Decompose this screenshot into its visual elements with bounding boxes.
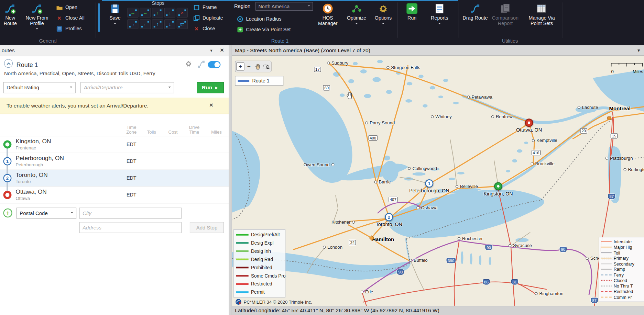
manage-via-point-sets-button[interactable]: Manage Via Point Sets — [524, 1, 559, 36]
route-visibility-toggle[interactable] — [208, 61, 220, 68]
show-route-on-map-icon[interactable] — [197, 60, 205, 70]
legend-row: Secondary — [599, 261, 644, 267]
legend-line-sample-icon — [236, 234, 249, 236]
stops-tool-button[interactable]: → — [127, 8, 138, 18]
stop-row[interactable]: Ottawa, ON Ottawa EDT — [0, 187, 229, 204]
route-shield: 87 — [608, 194, 615, 199]
comparison-report-label: Comparison Report — [490, 15, 521, 26]
stop-timezone: EDT — [123, 192, 140, 198]
dropdown-caret-icon — [70, 212, 73, 214]
route-shield: 90 — [397, 269, 404, 275]
stops-tool-button[interactable]: ← — [140, 8, 151, 18]
create-via-point-set-button[interactable]: Create Via Point Set — [237, 25, 291, 35]
close-all-button[interactable]: × Close All — [56, 13, 84, 23]
stops-tool-button[interactable]: ↓ — [164, 8, 175, 18]
stop-row[interactable]: 1 Peterborough, ON Peterborough EDT — [0, 153, 229, 170]
pan-hand-button[interactable] — [253, 63, 262, 71]
stop-row[interactable]: 2 Toronto, ON Toronto EDT — [0, 170, 229, 187]
new-from-profile-button[interactable]: New From Profile — [21, 1, 53, 36]
reports-button[interactable]: Reports — [426, 1, 452, 36]
stops-group-label: Stops — [123, 0, 193, 6]
legend-row: Restricted — [234, 280, 285, 288]
dropdown-caret-icon — [36, 28, 38, 31]
route-run-label: Run — [202, 85, 212, 91]
panel-close-icon[interactable]: × — [220, 46, 224, 54]
legend-line-sample-icon — [601, 252, 612, 253]
close-route-button[interactable]: × Close — [193, 24, 215, 34]
stop-county: Toronto — [15, 179, 31, 184]
run-arrow-icon: ► — [214, 85, 219, 90]
legend-row: Permit — [234, 288, 285, 296]
frame-label: Frame — [203, 4, 217, 10]
general-group-label: General — [0, 38, 96, 44]
rating-select[interactable]: Default Rating — [3, 82, 76, 93]
stops-tool-button[interactable]: ⇄ — [177, 19, 188, 29]
city-dot-icon — [467, 95, 470, 98]
duplicate-icon — [193, 15, 200, 21]
stop-city: Ottawa, ON — [15, 188, 46, 195]
add-stop-button[interactable]: Add Stop — [190, 222, 224, 233]
stops-tool-icon: ↓ — [168, 21, 171, 27]
add-stop-plus-icon[interactable]: + — [3, 209, 12, 217]
zoom-window-button[interactable] — [262, 63, 270, 71]
zoom-in-button[interactable]: + — [236, 63, 244, 71]
run-button[interactable]: Run — [402, 1, 422, 36]
stops-tool-icon: × — [181, 10, 184, 16]
region-dropdown[interactable]: North America — [255, 2, 313, 11]
map-city-label: Collingwood — [408, 166, 437, 171]
map-city-label: Lachute — [578, 105, 598, 110]
save-button[interactable]: Save — [105, 1, 125, 36]
stops-tool-button[interactable]: × — [177, 8, 188, 18]
stops-connector-line — [7, 144, 8, 193]
scale-unit-label: Miles — [633, 69, 643, 74]
map-scale-bar: 0 Miles — [611, 61, 644, 74]
city-dot-icon — [531, 162, 533, 165]
column-header-tolls: Tolls — [143, 120, 161, 135]
stop-type-select[interactable]: Postal Code — [17, 207, 76, 218]
stops-tool-button[interactable]: ↓ — [164, 19, 175, 29]
frame-button[interactable]: Frame — [193, 2, 217, 12]
city-input[interactable] — [79, 207, 182, 218]
profiles-icon — [56, 26, 63, 32]
duplicate-label: Duplicate — [203, 15, 223, 21]
optimize-button[interactable]: Optimize — [345, 1, 368, 36]
address-input[interactable] — [79, 222, 182, 233]
drag-route-button[interactable]: Drag Route — [462, 1, 488, 36]
routes-panel-titlebar: outes ▼ × — [0, 45, 229, 56]
stops-tool-button[interactable]: ↑ — [152, 19, 163, 29]
location-radius-button[interactable]: Location Radius — [237, 14, 281, 24]
stop-row[interactable]: Kingston, ON Frontenac EDT — [0, 136, 229, 153]
hos-manager-button[interactable]: HOS Manager — [315, 1, 340, 36]
drag-route-icon — [470, 3, 481, 14]
options-button[interactable]: Options — [372, 1, 394, 36]
panel-menu-caret-icon[interactable]: ▼ — [209, 48, 213, 53]
road-type-legend: Interstate Major Hig Toll Primary — [599, 237, 644, 302]
map-canvas[interactable]: Sudbury Sturgeon Falls Petawawa Whitney … — [232, 56, 644, 306]
route-run-button[interactable]: Run ► — [197, 82, 224, 93]
open-button[interactable]: Open — [56, 2, 77, 12]
profiles-button[interactable]: Profiles — [56, 24, 81, 34]
city-dot-icon — [532, 139, 535, 142]
city-dot-icon — [361, 290, 363, 293]
collapse-route-button[interactable] — [4, 59, 13, 68]
map-route-legend: Route 1 — [235, 76, 283, 86]
stops-tool-button[interactable]: → — [127, 19, 138, 29]
map-city-label: Barrie — [374, 179, 391, 184]
new-route-button[interactable]: New Route — [1, 1, 20, 36]
workspace: outes ▼ × Route 1 North America, Practic… — [0, 45, 644, 315]
stops-tool-button[interactable]: ← — [140, 19, 151, 29]
route-shield: 17 — [314, 67, 321, 72]
zoom-out-button[interactable]: − — [245, 63, 253, 71]
open-folder-icon — [56, 5, 63, 10]
duplicate-button[interactable]: Duplicate — [193, 13, 223, 23]
route-settings-gear-icon[interactable] — [185, 60, 193, 69]
arrival-departure-select[interactable]: Arrival/Departure — [80, 82, 174, 93]
map-menu-caret-icon[interactable]: ▼ — [637, 48, 641, 53]
stops-tool-button[interactable]: ↑ — [152, 8, 163, 18]
alert-close-icon[interactable]: × — [209, 101, 213, 109]
panel-splitter[interactable] — [229, 45, 232, 315]
city-dot-icon — [408, 167, 411, 170]
region-label: Region — [234, 3, 250, 9]
new-route-label: New Route — [1, 15, 20, 26]
stops-tool-icon: ↑ — [156, 10, 159, 16]
